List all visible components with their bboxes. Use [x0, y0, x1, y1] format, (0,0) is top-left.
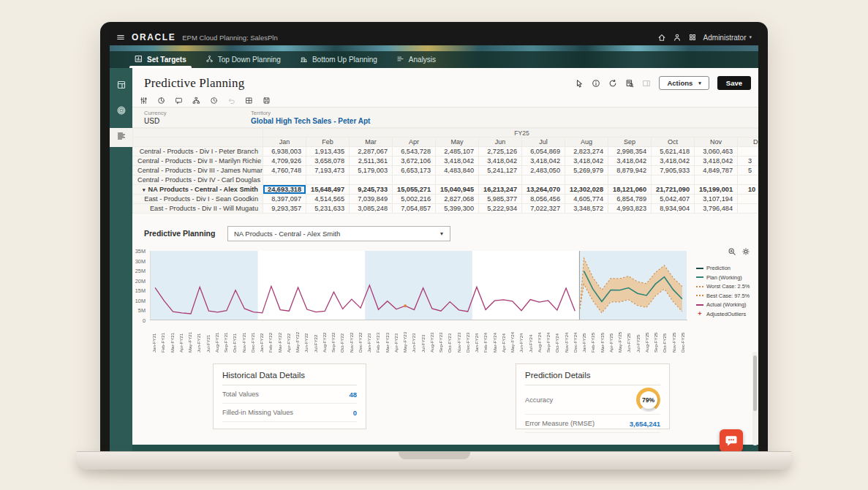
grid-cell[interactable]: 16,213,247 — [479, 185, 522, 195]
grid-cell[interactable]: 21,721,090 — [652, 185, 695, 195]
tab-analysis[interactable]: Analysis — [396, 51, 436, 68]
home-icon[interactable] — [657, 33, 666, 42]
grid-cell[interactable]: 5,231,633 — [306, 204, 350, 214]
grid-cell[interactable]: 5,399,300 — [436, 204, 479, 214]
grid-cell[interactable]: 5 — [738, 166, 759, 176]
save-button[interactable]: Save — [717, 76, 751, 90]
comments-icon[interactable] — [175, 97, 183, 105]
grid-cell[interactable] — [608, 176, 652, 185]
grid-cell[interactable]: 3 — [738, 157, 759, 166]
grid-cell[interactable]: 5,222,934 — [479, 204, 522, 214]
grid-cell[interactable]: 6,854,789 — [608, 195, 652, 204]
grid-cell[interactable] — [479, 176, 522, 185]
grid-cell[interactable]: 24,693,318 — [263, 185, 306, 195]
row-label[interactable]: ▾NA Products - Central - Alex Smith — [133, 185, 263, 195]
grid-cell[interactable]: 3,418,042 — [522, 157, 565, 166]
grid-cell[interactable]: 6,653,173 — [393, 166, 436, 176]
grid-cell[interactable]: 4,709,926 — [263, 157, 306, 166]
grid-cell[interactable]: 3,672,106 — [393, 157, 436, 166]
grid-cell[interactable]: 2,823,274 — [565, 147, 608, 157]
grid-cell[interactable]: 8,934,904 — [652, 204, 695, 214]
column-header[interactable]: Oct — [652, 137, 695, 147]
grid-cell[interactable]: 3,418,042 — [565, 157, 608, 166]
grid-cell[interactable]: 8,056,456 — [522, 195, 565, 204]
grid-cell[interactable]: 3,348,572 — [565, 204, 608, 214]
grid-cell[interactable]: 13,264,070 — [522, 185, 565, 195]
refresh-data-icon[interactable] — [157, 97, 165, 105]
row-label[interactable]: Central - Products - Div IV - Carl Dougl… — [133, 176, 263, 185]
apps-grid-icon[interactable] — [688, 33, 697, 42]
grid-cell[interactable]: 3,658,078 — [306, 157, 350, 166]
rail-item-target[interactable] — [110, 102, 132, 121]
column-header[interactable]: Jul — [522, 137, 565, 147]
grid-cell[interactable]: 5,985,377 — [479, 195, 522, 204]
grid-cell[interactable]: 2,725,126 — [479, 147, 522, 157]
column-header[interactable]: Jan — [263, 137, 306, 147]
grid-cell[interactable]: 2,511,361 — [350, 157, 393, 166]
expand-icon[interactable]: ▾ — [143, 187, 146, 192]
row-label[interactable]: East - Products - Div I - Sean Goodkin — [133, 195, 263, 204]
grid-cell[interactable] — [306, 176, 350, 185]
user-menu[interactable]: Administrator▾ — [703, 34, 752, 42]
grid-cell[interactable]: 7,039,849 — [350, 195, 393, 204]
zoom-icon[interactable] — [728, 247, 736, 256]
cursor-select-icon[interactable] — [575, 79, 584, 88]
column-header[interactable]: Dec — [738, 137, 759, 147]
hierarchy-icon[interactable] — [192, 97, 200, 105]
grid-layout-icon[interactable] — [245, 97, 253, 105]
grid-cell[interactable]: 8,397,097 — [263, 195, 306, 204]
grid-cell[interactable]: 3,418,042 — [436, 157, 479, 166]
member-options-icon[interactable] — [140, 97, 148, 105]
scrollbar-thumb[interactable] — [753, 355, 757, 411]
grid-cell[interactable]: 3,418,042 — [695, 157, 738, 166]
save-grid-icon[interactable] — [263, 97, 271, 105]
grid-cell[interactable]: 18,121,060 — [608, 185, 652, 195]
grid-cell[interactable] — [738, 195, 759, 204]
row-label[interactable]: Central - Products - Div I - Peter Branc… — [133, 147, 263, 157]
grid-cell[interactable]: 10 — [738, 185, 759, 195]
column-header[interactable]: Aug — [565, 137, 608, 147]
column-header[interactable]: Apr — [393, 137, 436, 147]
grid-cell[interactable]: 6,054,869 — [522, 147, 565, 157]
grid-cell[interactable]: 7,905,933 — [652, 166, 695, 176]
member-dropdown[interactable]: NA Products - Central - Alex Smith ▾ — [227, 226, 450, 241]
grid-cell[interactable]: 5,241,127 — [479, 166, 522, 176]
refresh-icon[interactable] — [608, 79, 617, 88]
grid-cell[interactable]: 8,879,942 — [608, 166, 652, 176]
menu-icon[interactable] — [116, 33, 125, 42]
grid-cell[interactable]: 2,485,107 — [436, 147, 479, 157]
grid-cell[interactable]: 6,938,003 — [263, 147, 306, 157]
row-label[interactable]: Central - Products - Div II - Marilyn Ri… — [133, 157, 263, 166]
grid-cell[interactable] — [436, 176, 479, 185]
grid-cell[interactable]: 5,269,979 — [565, 166, 608, 176]
grid-cell[interactable]: 15,199,001 — [695, 185, 738, 195]
rail-item-list-chart[interactable] — [110, 128, 132, 147]
actions-button[interactable]: Actions▾ — [659, 76, 709, 90]
grid-cell[interactable]: 15,055,271 — [393, 185, 436, 195]
grid-cell[interactable]: 3,418,042 — [479, 157, 522, 166]
territory-link[interactable]: Global High Tech Sales - Peter Apt — [251, 117, 370, 125]
column-header[interactable]: Jun — [479, 137, 522, 147]
row-label[interactable]: Central - Products - Div III - James Num… — [133, 166, 263, 176]
grid-cell[interactable]: 7,193,473 — [306, 166, 350, 176]
grid-cell[interactable]: 3,085,248 — [350, 204, 393, 214]
grid-cell[interactable]: 4,483,840 — [436, 166, 479, 176]
column-header[interactable]: Sep — [608, 137, 652, 147]
tab-set-targets[interactable]: Set Targets — [135, 51, 186, 68]
grid-cell[interactable]: 1,913,435 — [306, 147, 350, 157]
accessibility-icon[interactable] — [673, 33, 682, 42]
grid-cell[interactable]: 3,060,463 — [695, 147, 738, 157]
grid-cell[interactable]: 2,287,067 — [350, 147, 393, 157]
grid-cell[interactable]: 2,483,050 — [522, 166, 565, 176]
grid-cell[interactable] — [738, 147, 759, 157]
grid-cell[interactable]: 12,302,028 — [565, 185, 608, 195]
column-header[interactable]: Mar — [350, 137, 393, 147]
grid-cell[interactable] — [738, 204, 759, 214]
currency-value[interactable]: USD — [144, 117, 166, 125]
grid-cell[interactable] — [350, 176, 393, 185]
grid-cell[interactable]: 6,543,728 — [393, 147, 436, 157]
grid-cell[interactable] — [393, 176, 436, 185]
grid-cell[interactable]: 7,022,327 — [522, 204, 565, 214]
column-header[interactable]: Nov — [695, 137, 738, 147]
rail-item-dashboard[interactable] — [110, 77, 132, 96]
